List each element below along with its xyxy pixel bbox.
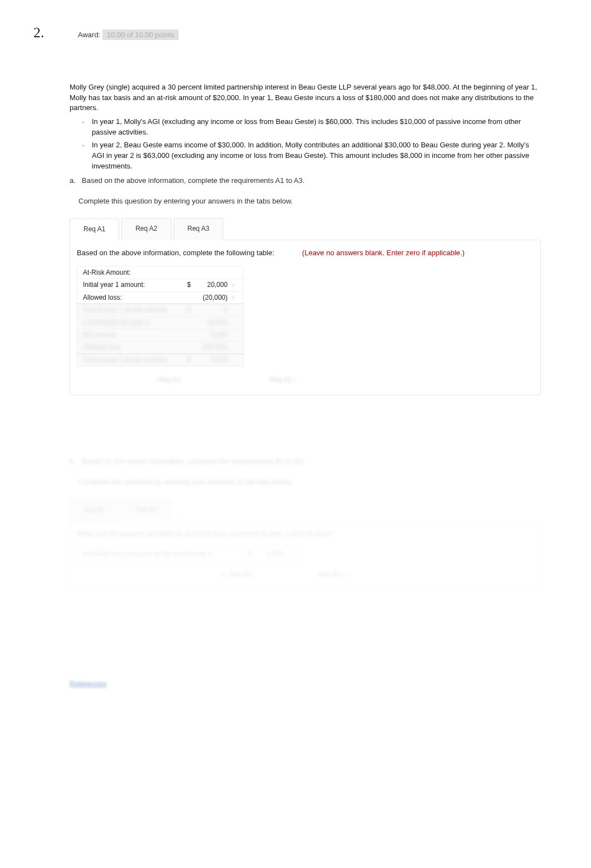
nav-prev[interactable]: ‹ Req A1 [155, 375, 181, 385]
section-b-faded: b. Based on the above information, compl… [70, 457, 541, 590]
tab-req-a1[interactable]: Req A1 [70, 219, 119, 240]
check-icon: ✓ [230, 281, 238, 290]
row-value[interactable]: 30,000 [191, 318, 230, 328]
nav-next[interactable]: Req A2 › [270, 375, 296, 385]
tab-req-a2[interactable]: Req A2 [121, 218, 171, 240]
row-label: Allowed loss: [83, 293, 183, 302]
question-stem: Molly Grey (single) acquired a 30 percen… [70, 82, 541, 207]
question-number: 2. [33, 22, 56, 43]
tab-req-b1[interactable]: Req B1 [70, 499, 120, 521]
check-icon: ✓ [285, 550, 293, 559]
panel-req-a1: Based on the above information, complete… [70, 240, 541, 396]
row-currency: $ [183, 305, 191, 315]
tabs-a: Req A1 Req A2 Req A3 [70, 218, 541, 240]
stem-bullet: In year 2, Beau Geste earns income of $3… [92, 140, 541, 172]
subpart-text: Based on the above information, complete… [82, 176, 304, 186]
row-value[interactable]: 5,000 [252, 549, 285, 559]
row-value[interactable]: (20,000) [191, 293, 230, 302]
row-value[interactable]: 9,000 [191, 330, 230, 340]
row-label: End of year 2 at-risk amount [83, 355, 183, 365]
tab-req-b2[interactable]: Req B2 [122, 499, 172, 520]
row-label: Allowed loss: [83, 343, 183, 352]
row-currency: $ [183, 280, 191, 290]
award-value: 10.00 of 10.00 points [102, 29, 179, 40]
row-label: BG Income: [83, 330, 183, 340]
row-value[interactable]: 20,000 [191, 280, 230, 290]
entry-instruction: Complete this question by entering your … [78, 196, 541, 207]
row-label: End of year 1 at-risk amount [83, 305, 183, 315]
at-risk-table: At-Risk Amount: Initial year 1 amount: $… [77, 266, 244, 366]
references-link[interactable]: References [70, 679, 106, 688]
panel-question: Based on the above information, complete… [77, 248, 274, 259]
row-value[interactable]: (34,000) [191, 343, 230, 352]
panel-question: What are the passive activities in at-ri… [77, 529, 332, 539]
panel-hint: (Leave no answers blank. Enter zero if a… [302, 248, 465, 259]
subpart-letter: b. [70, 457, 76, 467]
row-currency: $ [243, 549, 252, 559]
row-value[interactable]: 5,000 [191, 355, 230, 365]
answer-row: At-risk/at loss carryover to the end of … [77, 547, 299, 562]
award-label: Award: [78, 31, 100, 39]
row-currency: $ [183, 355, 191, 365]
check-icon: ✓ [230, 294, 238, 302]
award-block: Award: 10.00 of 10.00 points [78, 30, 179, 41]
table-header: At-Risk Amount: [83, 268, 183, 277]
nav-next[interactable]: Req B2 › [319, 570, 349, 579]
row-label: Initial year 1 amount: [83, 280, 183, 290]
subpart-letter: a. [70, 176, 76, 186]
stem-paragraph: Molly Grey (single) acquired a 30 percen… [70, 82, 541, 114]
stem-bullet: In year 1, Molly's AGI (excluding any in… [92, 117, 541, 138]
nav-prev[interactable]: ‹ Req B1 [221, 570, 252, 579]
row-label: Contribution for year 2: [83, 318, 183, 328]
subpart-text: Based on the above information, complete… [82, 457, 306, 467]
tab-req-a3[interactable]: Req A3 [174, 218, 223, 240]
row-label: At-risk/at loss carryover to the end of … [83, 549, 243, 559]
entry-instruction: Complete this question by entering your … [78, 477, 541, 488]
row-value[interactable]: 0 [191, 305, 230, 315]
